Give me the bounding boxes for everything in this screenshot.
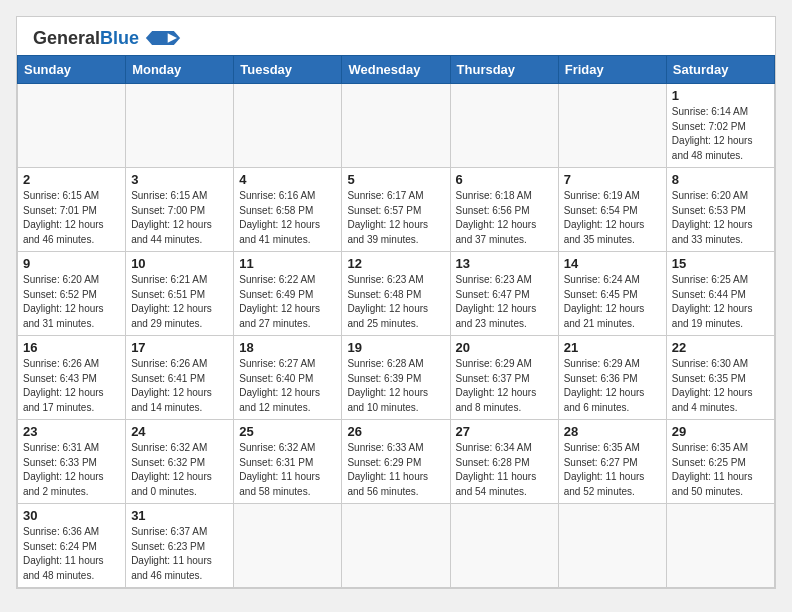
- day-info: Sunrise: 6:20 AM Sunset: 6:53 PM Dayligh…: [672, 189, 769, 247]
- table-row: 24Sunrise: 6:32 AM Sunset: 6:32 PM Dayli…: [126, 420, 234, 504]
- day-info: Sunrise: 6:19 AM Sunset: 6:54 PM Dayligh…: [564, 189, 661, 247]
- calendar-week-row: 2Sunrise: 6:15 AM Sunset: 7:01 PM Daylig…: [18, 168, 775, 252]
- day-info: Sunrise: 6:26 AM Sunset: 6:41 PM Dayligh…: [131, 357, 228, 415]
- day-number: 8: [672, 172, 769, 187]
- day-info: Sunrise: 6:25 AM Sunset: 6:44 PM Dayligh…: [672, 273, 769, 331]
- col-thursday: Thursday: [450, 56, 558, 84]
- day-number: 27: [456, 424, 553, 439]
- day-info: Sunrise: 6:16 AM Sunset: 6:58 PM Dayligh…: [239, 189, 336, 247]
- day-number: 28: [564, 424, 661, 439]
- table-row: 5Sunrise: 6:17 AM Sunset: 6:57 PM Daylig…: [342, 168, 450, 252]
- table-row: [18, 84, 126, 168]
- table-row: [450, 504, 558, 588]
- calendar-week-row: 1Sunrise: 6:14 AM Sunset: 7:02 PM Daylig…: [18, 84, 775, 168]
- day-number: 14: [564, 256, 661, 271]
- calendar-week-row: 23Sunrise: 6:31 AM Sunset: 6:33 PM Dayli…: [18, 420, 775, 504]
- table-row: 15Sunrise: 6:25 AM Sunset: 6:44 PM Dayli…: [666, 252, 774, 336]
- day-info: Sunrise: 6:28 AM Sunset: 6:39 PM Dayligh…: [347, 357, 444, 415]
- day-info: Sunrise: 6:35 AM Sunset: 6:25 PM Dayligh…: [672, 441, 769, 499]
- day-info: Sunrise: 6:31 AM Sunset: 6:33 PM Dayligh…: [23, 441, 120, 499]
- day-number: 24: [131, 424, 228, 439]
- header: GeneralBlue: [17, 17, 775, 55]
- table-row: 7Sunrise: 6:19 AM Sunset: 6:54 PM Daylig…: [558, 168, 666, 252]
- table-row: 8Sunrise: 6:20 AM Sunset: 6:53 PM Daylig…: [666, 168, 774, 252]
- table-row: 6Sunrise: 6:18 AM Sunset: 6:56 PM Daylig…: [450, 168, 558, 252]
- day-number: 4: [239, 172, 336, 187]
- col-monday: Monday: [126, 56, 234, 84]
- col-wednesday: Wednesday: [342, 56, 450, 84]
- table-row: 26Sunrise: 6:33 AM Sunset: 6:29 PM Dayli…: [342, 420, 450, 504]
- col-friday: Friday: [558, 56, 666, 84]
- table-row: [558, 84, 666, 168]
- table-row: [234, 504, 342, 588]
- day-number: 21: [564, 340, 661, 355]
- logo-icon: [143, 31, 183, 45]
- table-row: 14Sunrise: 6:24 AM Sunset: 6:45 PM Dayli…: [558, 252, 666, 336]
- day-info: Sunrise: 6:33 AM Sunset: 6:29 PM Dayligh…: [347, 441, 444, 499]
- day-info: Sunrise: 6:20 AM Sunset: 6:52 PM Dayligh…: [23, 273, 120, 331]
- day-info: Sunrise: 6:24 AM Sunset: 6:45 PM Dayligh…: [564, 273, 661, 331]
- logo-blue: Blue: [100, 28, 139, 48]
- col-saturday: Saturday: [666, 56, 774, 84]
- table-row: 9Sunrise: 6:20 AM Sunset: 6:52 PM Daylig…: [18, 252, 126, 336]
- table-row: [450, 84, 558, 168]
- table-row: 2Sunrise: 6:15 AM Sunset: 7:01 PM Daylig…: [18, 168, 126, 252]
- day-info: Sunrise: 6:22 AM Sunset: 6:49 PM Dayligh…: [239, 273, 336, 331]
- day-number: 25: [239, 424, 336, 439]
- day-info: Sunrise: 6:17 AM Sunset: 6:57 PM Dayligh…: [347, 189, 444, 247]
- calendar-table: Sunday Monday Tuesday Wednesday Thursday…: [17, 55, 775, 588]
- calendar-week-row: 30Sunrise: 6:36 AM Sunset: 6:24 PM Dayli…: [18, 504, 775, 588]
- day-info: Sunrise: 6:32 AM Sunset: 6:32 PM Dayligh…: [131, 441, 228, 499]
- day-number: 2: [23, 172, 120, 187]
- table-row: 18Sunrise: 6:27 AM Sunset: 6:40 PM Dayli…: [234, 336, 342, 420]
- table-row: 1Sunrise: 6:14 AM Sunset: 7:02 PM Daylig…: [666, 84, 774, 168]
- day-info: Sunrise: 6:35 AM Sunset: 6:27 PM Dayligh…: [564, 441, 661, 499]
- table-row: 4Sunrise: 6:16 AM Sunset: 6:58 PM Daylig…: [234, 168, 342, 252]
- col-sunday: Sunday: [18, 56, 126, 84]
- day-number: 1: [672, 88, 769, 103]
- table-row: [126, 84, 234, 168]
- day-info: Sunrise: 6:15 AM Sunset: 7:00 PM Dayligh…: [131, 189, 228, 247]
- table-row: 21Sunrise: 6:29 AM Sunset: 6:36 PM Dayli…: [558, 336, 666, 420]
- table-row: 23Sunrise: 6:31 AM Sunset: 6:33 PM Dayli…: [18, 420, 126, 504]
- day-info: Sunrise: 6:36 AM Sunset: 6:24 PM Dayligh…: [23, 525, 120, 583]
- day-number: 3: [131, 172, 228, 187]
- table-row: [342, 84, 450, 168]
- table-row: 28Sunrise: 6:35 AM Sunset: 6:27 PM Dayli…: [558, 420, 666, 504]
- table-row: 11Sunrise: 6:22 AM Sunset: 6:49 PM Dayli…: [234, 252, 342, 336]
- table-row: 17Sunrise: 6:26 AM Sunset: 6:41 PM Dayli…: [126, 336, 234, 420]
- table-row: 3Sunrise: 6:15 AM Sunset: 7:00 PM Daylig…: [126, 168, 234, 252]
- table-row: 29Sunrise: 6:35 AM Sunset: 6:25 PM Dayli…: [666, 420, 774, 504]
- day-number: 11: [239, 256, 336, 271]
- day-info: Sunrise: 6:32 AM Sunset: 6:31 PM Dayligh…: [239, 441, 336, 499]
- table-row: [666, 504, 774, 588]
- table-row: [558, 504, 666, 588]
- day-info: Sunrise: 6:30 AM Sunset: 6:35 PM Dayligh…: [672, 357, 769, 415]
- day-info: Sunrise: 6:15 AM Sunset: 7:01 PM Dayligh…: [23, 189, 120, 247]
- day-number: 13: [456, 256, 553, 271]
- day-info: Sunrise: 6:23 AM Sunset: 6:47 PM Dayligh…: [456, 273, 553, 331]
- day-info: Sunrise: 6:29 AM Sunset: 6:36 PM Dayligh…: [564, 357, 661, 415]
- table-row: 22Sunrise: 6:30 AM Sunset: 6:35 PM Dayli…: [666, 336, 774, 420]
- day-number: 15: [672, 256, 769, 271]
- table-row: 13Sunrise: 6:23 AM Sunset: 6:47 PM Dayli…: [450, 252, 558, 336]
- day-number: 16: [23, 340, 120, 355]
- table-row: [342, 504, 450, 588]
- day-number: 23: [23, 424, 120, 439]
- day-number: 19: [347, 340, 444, 355]
- day-info: Sunrise: 6:29 AM Sunset: 6:37 PM Dayligh…: [456, 357, 553, 415]
- table-row: 10Sunrise: 6:21 AM Sunset: 6:51 PM Dayli…: [126, 252, 234, 336]
- day-number: 7: [564, 172, 661, 187]
- calendar-week-row: 16Sunrise: 6:26 AM Sunset: 6:43 PM Dayli…: [18, 336, 775, 420]
- day-number: 29: [672, 424, 769, 439]
- day-number: 30: [23, 508, 120, 523]
- day-info: Sunrise: 6:34 AM Sunset: 6:28 PM Dayligh…: [456, 441, 553, 499]
- table-row: 12Sunrise: 6:23 AM Sunset: 6:48 PM Dayli…: [342, 252, 450, 336]
- day-number: 10: [131, 256, 228, 271]
- day-number: 12: [347, 256, 444, 271]
- day-number: 9: [23, 256, 120, 271]
- table-row: 31Sunrise: 6:37 AM Sunset: 6:23 PM Dayli…: [126, 504, 234, 588]
- day-number: 6: [456, 172, 553, 187]
- calendar-container: GeneralBlue Sunday Monday Tuesday Wednes…: [16, 16, 776, 589]
- day-info: Sunrise: 6:18 AM Sunset: 6:56 PM Dayligh…: [456, 189, 553, 247]
